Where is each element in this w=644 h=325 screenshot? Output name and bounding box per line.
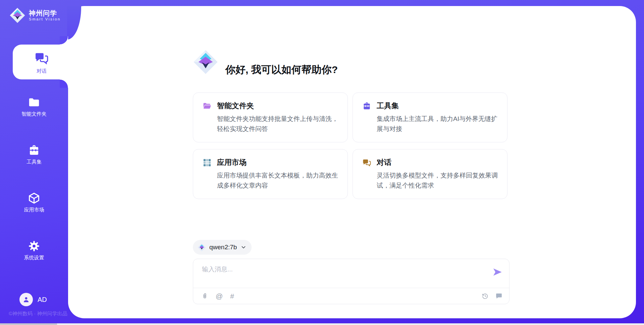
- feedback-button[interactable]: [495, 292, 502, 300]
- tab-curve-bottom: [60, 79, 68, 88]
- comment-icon: [495, 292, 502, 300]
- card-market[interactable]: 应用市场 应用市场提供丰富长文本模板，助力高效生成多样化文章内容: [193, 149, 348, 199]
- card-chat[interactable]: 对话 灵活切换多模型文件，支持多样回复效果调试，满足个性化需求: [353, 149, 507, 199]
- attach-button[interactable]: [201, 292, 208, 300]
- folder-icon: [28, 96, 40, 109]
- brand-diamond-icon: [9, 7, 25, 23]
- user-icon: [22, 296, 30, 304]
- brand-name: 神州问学: [29, 9, 61, 17]
- card-desc: 灵活切换多模型文件，支持多样回复效果调试，满足个性化需求: [377, 171, 498, 191]
- card-title: 应用市场: [217, 157, 247, 168]
- user-profile[interactable]: AD: [19, 293, 47, 306]
- cube-icon: [28, 192, 40, 204]
- at-icon: @: [216, 292, 223, 300]
- sidebar-item-label: 系统设置: [24, 255, 44, 261]
- model-selector[interactable]: qwen2:7b: [193, 240, 252, 255]
- send-button[interactable]: [492, 267, 502, 277]
- user-name: AD: [38, 296, 47, 304]
- chat-icon: [362, 158, 371, 167]
- message-input[interactable]: [202, 265, 487, 286]
- toolbox-icon: [28, 144, 40, 156]
- avatar: [19, 293, 33, 306]
- sidebar-item-label: 智能文件夹: [21, 111, 47, 117]
- brand: 神州问学 Smart Vision: [9, 7, 61, 23]
- sidebar-item-settings[interactable]: 系统设置: [0, 240, 68, 261]
- sidebar-item-folders[interactable]: 智能文件夹: [0, 96, 68, 117]
- grid-icon: [203, 158, 212, 167]
- scrollbar-thumb[interactable]: [0, 323, 57, 325]
- toolbox-icon: [362, 102, 371, 111]
- sidebar-footer: ©神州数码 · 神州问学出品: [9, 311, 67, 317]
- composer: @ #: [193, 259, 509, 304]
- chevron-down-icon: [241, 245, 246, 250]
- history-icon: [482, 292, 489, 300]
- topic-button[interactable]: #: [230, 292, 234, 300]
- model-logo-icon: [198, 243, 206, 252]
- card-desc: 智能文件夹功能支持批量文件上传与清洗，轻松实现文件问答: [217, 114, 338, 134]
- app-frame: 神州问学 Smart Vision 对话 智能文件夹 工具集 应用市场: [0, 0, 644, 325]
- brand-subtitle: Smart Vision: [29, 17, 61, 21]
- sidebar-item-label: 应用市场: [24, 207, 44, 213]
- history-button[interactable]: [482, 292, 489, 300]
- send-icon: [492, 267, 502, 277]
- sidebar-item-market[interactable]: 应用市场: [0, 192, 68, 213]
- horizontal-scrollbar[interactable]: [0, 323, 644, 325]
- hash-icon: #: [230, 292, 234, 300]
- paperclip-icon: [201, 292, 208, 300]
- composer-toolbar: @ #: [201, 288, 502, 304]
- sidebar-item-label: 工具集: [26, 159, 42, 165]
- card-folders[interactable]: 智能文件夹 智能文件夹功能支持批量文件上传与清洗，轻松实现文件问答: [193, 92, 348, 142]
- card-title: 对话: [377, 157, 391, 168]
- card-desc: 集成市场上主流工具，助力AI与外界无缝扩展与对接: [377, 114, 498, 134]
- model-name: qwen2:7b: [209, 244, 237, 251]
- folder-open-icon: [203, 102, 212, 111]
- mention-button[interactable]: @: [216, 292, 223, 300]
- hero-logo-icon: [193, 49, 218, 75]
- sidebar-item-tools[interactable]: 工具集: [0, 144, 68, 165]
- chat-icon: [34, 51, 49, 66]
- sidebar-item-chat[interactable]: 对话: [13, 51, 70, 74]
- sidebar-item-label: 对话: [37, 68, 47, 74]
- tab-curve-top: [60, 36, 68, 45]
- card-tools[interactable]: 工具集 集成市场上主流工具，助力AI与外界无缝扩展与对接: [353, 92, 507, 142]
- card-desc: 应用市场提供丰富长文本模板，助力高效生成多样化文章内容: [217, 171, 338, 191]
- card-title: 工具集: [377, 101, 399, 111]
- gear-icon: [28, 240, 40, 252]
- greeting-heading: 你好, 我可以如何帮助你?: [225, 63, 338, 77]
- card-title: 智能文件夹: [217, 101, 254, 111]
- feature-cards: 智能文件夹 智能文件夹功能支持批量文件上传与清洗，轻松实现文件问答 工具集 集成…: [193, 92, 509, 199]
